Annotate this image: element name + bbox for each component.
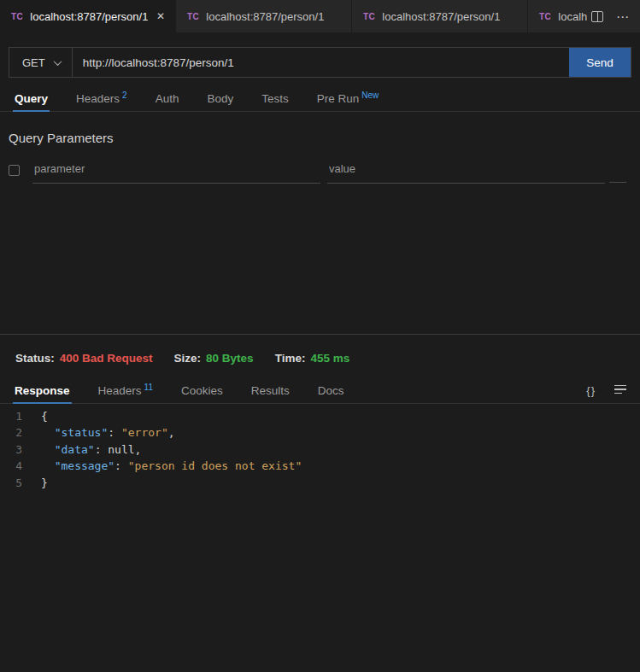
split-editor-icon[interactable] (591, 11, 603, 22)
query-parameter-row (9, 160, 631, 184)
tab-tests-label: Tests (261, 92, 289, 105)
json-token: : (114, 459, 128, 472)
tab-query-label: Query (15, 92, 48, 105)
tab-docs[interactable]: Docs (318, 377, 344, 403)
tab-body[interactable]: Body (207, 85, 233, 111)
tab-pre-run[interactable]: Pre Run New (317, 85, 379, 111)
tab-cookies-label: Cookies (181, 384, 223, 397)
line-number: 5 (0, 475, 22, 491)
tab-response-headers-label: Headers (98, 384, 142, 397)
json-token: "error" (121, 426, 168, 439)
editor-tab-3[interactable]: TC localhost:8787/person/1 (352, 0, 528, 32)
request-tabs: Query Headers 2 Auth Body Tests Pre Run … (0, 85, 640, 112)
json-line: 1 { (0, 408, 640, 424)
status-value: 400 Bad Request (60, 352, 153, 365)
response-panel: Status: 400 Bad Request Size: 80 Bytes T… (0, 335, 640, 491)
time-value: 455 ms (310, 352, 349, 365)
json-token: : (95, 443, 109, 456)
tab-query[interactable]: Query (15, 85, 48, 111)
json-line: 3 "data": null, (0, 441, 640, 458)
tab-docs-label: Docs (318, 384, 344, 397)
editor-tab-bar: TC localhost:8787/person/1 ✕ TC localhos… (0, 0, 640, 32)
request-bar: GET Send (9, 47, 631, 78)
json-token: null (108, 443, 134, 456)
json-line: 2 "status": "error", (0, 424, 640, 441)
json-token: "data" (41, 443, 95, 456)
line-number: 2 (0, 424, 22, 441)
more-actions-icon[interactable]: ⋯ (616, 10, 629, 23)
tab-results[interactable]: Results (251, 377, 290, 403)
time-group: Time: 455 ms (275, 352, 350, 365)
json-token: : (108, 426, 121, 439)
headers-count-badge: 2 (122, 91, 127, 100)
close-icon[interactable]: ✕ (155, 10, 167, 22)
editor-tab-title: localhost:8787/person/1 (382, 10, 519, 23)
line-number: 3 (0, 441, 22, 458)
send-button[interactable]: Send (569, 48, 631, 77)
tab-auth-label: Auth (156, 92, 179, 105)
thunder-client-icon: TC (11, 12, 23, 21)
url-input[interactable] (73, 48, 569, 77)
line-number: 1 (0, 408, 22, 424)
json-token: , (135, 443, 142, 456)
response-body[interactable]: 1 { 2 "status": "error", 3 "data": null,… (0, 408, 640, 491)
editor-tab-4[interactable]: TC localho (528, 0, 587, 32)
line-number: 4 (0, 458, 22, 474)
json-token: "status" (41, 426, 108, 439)
tab-response[interactable]: Response (15, 377, 70, 403)
editor-tab-1[interactable]: TC localhost:8787/person/1 ✕ (0, 0, 176, 32)
tab-tests[interactable]: Tests (261, 85, 289, 111)
editor-tab-title: localhost:8787/person/1 (206, 10, 343, 23)
parameter-value-input[interactable] (327, 160, 605, 184)
json-token: { (41, 410, 48, 423)
tab-headers-label: Headers (76, 92, 120, 105)
tab-results-label: Results (251, 384, 290, 397)
json-token: "message" (41, 459, 114, 472)
query-parameters-title: Query Parameters (9, 131, 640, 145)
size-group: Size: 80 Bytes (174, 352, 254, 365)
parameter-checkbox[interactable] (9, 165, 20, 176)
tab-auth[interactable]: Auth (156, 85, 179, 111)
tab-pre-run-label: Pre Run (317, 92, 360, 105)
chevron-down-icon (53, 57, 62, 66)
row-action-underline (609, 161, 626, 183)
tab-body-label: Body (207, 92, 233, 105)
options-menu-icon[interactable] (614, 383, 626, 399)
size-value: 80 Bytes (206, 352, 254, 365)
response-tabs: Response Headers 11 Cookies Results Docs… (0, 377, 640, 404)
parameter-name-input[interactable] (32, 160, 320, 184)
response-headers-count-badge: 11 (144, 383, 153, 392)
json-token: , (168, 426, 175, 439)
json-line: 5 } (0, 475, 640, 491)
tab-bar-actions: ⋯ (587, 0, 640, 32)
tab-headers[interactable]: Headers 2 (76, 85, 127, 111)
status-label: Status: (15, 352, 55, 365)
editor-tab-title: localho (558, 10, 587, 23)
status-group: Status: 400 Bad Request (15, 352, 153, 365)
thunder-client-icon: TC (187, 12, 199, 21)
response-toolbar: {} (586, 377, 640, 403)
json-token: } (41, 476, 48, 489)
json-line: 4 "message": "person id does not exist" (0, 458, 640, 474)
http-method-select[interactable]: GET (9, 48, 73, 77)
request-panel: GET Send Query Headers 2 Auth Body Tests… (0, 47, 640, 335)
tab-response-label: Response (15, 384, 70, 397)
time-label: Time: (275, 352, 306, 365)
thunder-client-icon: TC (539, 12, 551, 21)
http-method-value: GET (22, 56, 45, 69)
thunder-client-icon: TC (363, 12, 375, 21)
tab-cookies[interactable]: Cookies (181, 377, 223, 403)
json-token: "person id does not exist" (128, 459, 302, 472)
editor-tab-title: localhost:8787/person/1 (30, 10, 148, 23)
size-label: Size: (174, 352, 202, 365)
format-json-icon[interactable]: {} (586, 384, 596, 397)
editor-tab-2[interactable]: TC localhost:8787/person/1 (176, 0, 352, 32)
new-badge: New (361, 91, 379, 100)
tab-response-headers[interactable]: Headers 11 (98, 377, 153, 403)
response-status-bar: Status: 400 Bad Request Size: 80 Bytes T… (0, 335, 640, 365)
